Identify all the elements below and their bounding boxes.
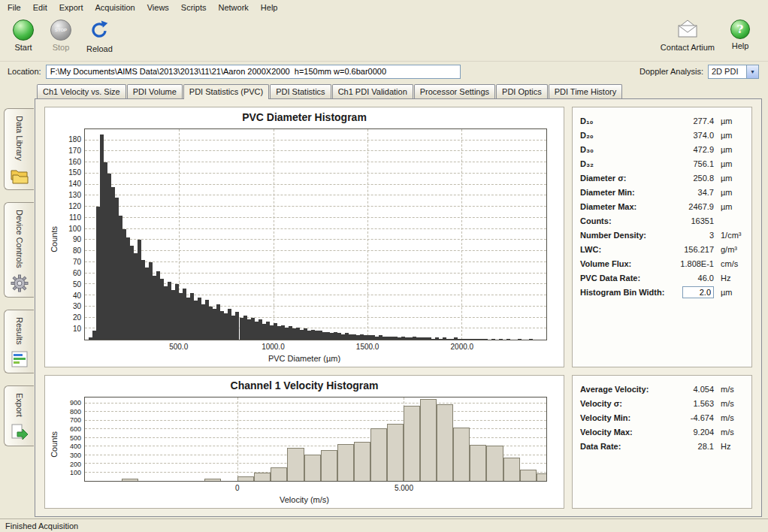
stat-row: D₃₀472.9µm bbox=[580, 142, 744, 156]
start-button[interactable]: Start bbox=[6, 17, 41, 55]
tab-pdi-optics[interactable]: PDI Optics bbox=[496, 84, 548, 98]
menu-item-file[interactable]: File bbox=[2, 1, 27, 14]
stat-row: Velocity Min:-4.674m/s bbox=[580, 410, 744, 425]
tab-pdi-time-history[interactable]: PDI Time History bbox=[549, 84, 623, 98]
pvc-stats-panel: D₁₀277.4µmD₂₀374.0µmD₃₀472.9µmD₃₂756.1µm… bbox=[572, 107, 752, 367]
y-tick-label: 40 bbox=[73, 292, 81, 300]
y-tick-label: 110 bbox=[69, 214, 81, 222]
menu-item-network[interactable]: Network bbox=[212, 1, 254, 14]
tab-pdi-statistics-pvc[interactable]: PDI Statistics (PVC) bbox=[183, 84, 269, 99]
histogram-bar bbox=[506, 339, 510, 340]
stat-unit: m/s bbox=[714, 385, 744, 394]
sidebar-item-label: Results bbox=[15, 317, 24, 345]
histogram-bar bbox=[529, 339, 533, 340]
histogram-bar bbox=[354, 442, 370, 481]
stat-label: Diameter σ: bbox=[580, 174, 667, 183]
doppler-analysis-label: Doppler Analysis: bbox=[639, 67, 703, 76]
reload-button[interactable]: Reload bbox=[81, 17, 118, 56]
stat-row: Velocity σ:1.563m/s bbox=[580, 396, 744, 410]
stat-unit: µm bbox=[714, 145, 744, 154]
status-text: Finished Acquisition bbox=[5, 521, 78, 530]
y-tick-label: 400 bbox=[70, 443, 81, 450]
histogram-bar bbox=[491, 339, 495, 340]
x-tick-label: 500.0 bbox=[169, 343, 188, 351]
sidebar-item-data-library[interactable]: Data Library bbox=[4, 108, 34, 190]
stat-row: Volume Flux:1.808E-1cm/s bbox=[580, 256, 744, 271]
y-tick-label: 150 bbox=[68, 169, 81, 177]
help-button[interactable]: ? Help bbox=[723, 17, 757, 53]
stat-unit: µm bbox=[714, 188, 744, 197]
histogram-bin-width-input[interactable] bbox=[682, 286, 714, 298]
location-input[interactable] bbox=[46, 65, 461, 79]
tab-page-pdi-statistics-pvc: PVC Diameter Histogram Counts 1020304050… bbox=[35, 98, 762, 517]
y-tick-label: 800 bbox=[70, 408, 81, 415]
x-tick-label: 5.000 bbox=[395, 484, 413, 492]
stat-unit: cm/s bbox=[714, 259, 744, 268]
menu-item-edit[interactable]: Edit bbox=[27, 1, 53, 14]
tab-ch1-velocity-vs-size[interactable]: Ch1 Velocity vs. Size bbox=[37, 84, 126, 98]
stat-label: Volume Flux: bbox=[580, 259, 667, 268]
gridline bbox=[85, 411, 546, 412]
x-tick-label: 0 bbox=[235, 484, 240, 492]
stat-label: Diameter Max: bbox=[580, 202, 667, 211]
stat-label: Histogram Bin Width: bbox=[580, 288, 667, 297]
histogram-bar bbox=[518, 339, 522, 340]
stat-label: Diameter Min: bbox=[580, 188, 667, 197]
stat-row: D₁₀277.4µm bbox=[580, 113, 744, 128]
menu-item-acquisition[interactable]: Acquisition bbox=[89, 1, 141, 14]
menu-item-export[interactable]: Export bbox=[53, 1, 89, 14]
stat-label: LWC: bbox=[580, 245, 667, 254]
gridline bbox=[274, 129, 274, 340]
sidebar-item-results[interactable]: Results bbox=[4, 310, 34, 374]
stat-unit: Hz bbox=[714, 442, 744, 451]
x-tick-label: 2000.0 bbox=[451, 343, 474, 351]
sidebar-item-export[interactable]: Export bbox=[4, 385, 34, 446]
gridline bbox=[85, 273, 546, 274]
velocity-x-axis-label: Velocity (m/s) bbox=[50, 495, 559, 506]
stat-value: 1.808E-1 bbox=[667, 259, 714, 268]
stat-value: 3 bbox=[667, 231, 714, 240]
stat-row: Data Rate:28.1Hz bbox=[580, 439, 744, 453]
velocity-histogram-region: 10020030040050060070080090005.000 bbox=[84, 397, 547, 482]
location-bar: Location: Doppler Analysis: 2D PDI ▼ bbox=[0, 62, 768, 83]
tab-ch1-pdi-validation[interactable]: Ch1 PDI Validation bbox=[332, 84, 413, 98]
velocity-stats-panel: Average Velocity:4.054m/sVelocity σ:1.56… bbox=[572, 375, 752, 509]
stat-unit: µm bbox=[714, 174, 744, 183]
stat-row: Histogram Bin Width:µm bbox=[580, 285, 744, 299]
stop-button[interactable]: STOP Stop bbox=[44, 17, 78, 55]
y-tick-label: 900 bbox=[70, 400, 81, 407]
y-tick-label: 200 bbox=[70, 461, 81, 467]
menu-item-scripts[interactable]: Scripts bbox=[175, 1, 213, 14]
histogram-bar bbox=[499, 339, 503, 340]
histogram-bar bbox=[122, 479, 138, 481]
y-tick-label: 100 bbox=[68, 225, 81, 233]
stat-row: PVC Data Rate:46.0Hz bbox=[580, 271, 744, 285]
stat-label: Velocity Max: bbox=[580, 428, 667, 437]
menu-item-views[interactable]: Views bbox=[141, 1, 175, 14]
gridline bbox=[85, 250, 546, 251]
velocity-histogram-panel: Channel 1 Velocity Histogram Counts 1002… bbox=[44, 375, 564, 509]
gridline bbox=[85, 195, 546, 195]
histogram-bar bbox=[404, 406, 420, 481]
pvc-chart-title: PVC Diameter Histogram bbox=[50, 111, 559, 125]
stat-value: 34.7 bbox=[667, 188, 714, 197]
tab-bar: Ch1 Velocity vs. SizePDI VolumePDI Stati… bbox=[35, 84, 762, 98]
stat-unit: m/s bbox=[714, 413, 744, 422]
tab-pdi-volume[interactable]: PDI Volume bbox=[127, 84, 183, 98]
stat-value: 16351 bbox=[667, 216, 714, 225]
menu-item-help[interactable]: Help bbox=[255, 1, 284, 14]
tab-processor-settings[interactable]: Processor Settings bbox=[414, 84, 495, 98]
x-tick-label: 1500.0 bbox=[356, 343, 379, 351]
stat-row: Average Velocity:4.054m/s bbox=[580, 382, 744, 396]
pvc-y-axis-label: Counts bbox=[50, 226, 60, 252]
gridline bbox=[85, 140, 546, 141]
tab-pdi-statistics[interactable]: PDI Statistics bbox=[270, 84, 331, 98]
contact-artium-button[interactable]: Contact Artium bbox=[655, 17, 720, 55]
sidebar-item-device-controls[interactable]: Device Controls bbox=[4, 202, 34, 298]
histogram-bar bbox=[520, 470, 537, 481]
y-tick-label: 170 bbox=[68, 147, 81, 155]
doppler-analysis-select[interactable]: 2D PDI ▼ bbox=[708, 65, 759, 79]
stat-unit: µm bbox=[714, 159, 744, 168]
stat-label: Data Rate: bbox=[580, 442, 667, 451]
stat-value: 1.563 bbox=[667, 399, 714, 408]
